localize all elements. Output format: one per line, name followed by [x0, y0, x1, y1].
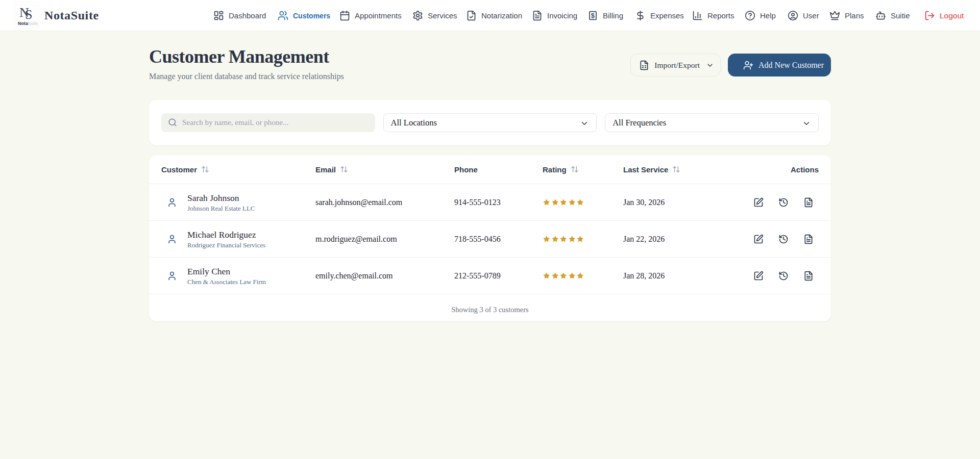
svg-text:$: $ [591, 12, 595, 19]
svg-text:S: S [25, 7, 32, 22]
svg-text:Suite: Suite [28, 21, 38, 26]
svg-text:Nota: Nota [18, 21, 29, 26]
